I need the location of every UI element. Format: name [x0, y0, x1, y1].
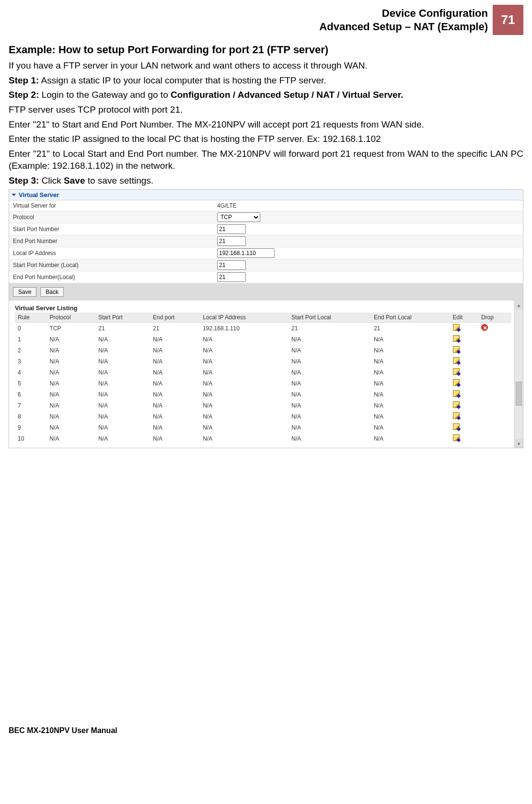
cell-endl: N/A: [371, 422, 450, 433]
page-header: Device Configuration Advanced Setup – NA…: [9, 5, 523, 35]
cell-end: N/A: [150, 378, 200, 389]
cell-start: N/A: [95, 411, 150, 422]
cell-end: N/A: [150, 411, 200, 422]
cell-endl: N/A: [371, 367, 450, 378]
scroll-thumb[interactable]: [516, 382, 522, 406]
listing-title: Virtual Server Listing: [15, 304, 511, 312]
edit-icon[interactable]: [453, 357, 460, 364]
virtual-server-header[interactable]: Virtual Server: [9, 190, 523, 200]
cell-startl: N/A: [289, 389, 371, 400]
cell-startl: N/A: [289, 334, 371, 345]
edit-icon[interactable]: [453, 401, 460, 408]
footer-text: BEC MX-210NPV User Manual: [0, 726, 532, 743]
edit-icon[interactable]: [453, 423, 460, 430]
cell-start: N/A: [95, 367, 150, 378]
table-row: 5N/AN/AN/AN/AN/AN/A: [15, 378, 511, 389]
cell-endl: N/A: [371, 400, 450, 411]
cell-end: N/A: [150, 422, 200, 433]
cell-ip: 192.168.1.110: [200, 323, 289, 334]
edit-icon[interactable]: [453, 335, 460, 342]
cell-protocol: N/A: [47, 422, 96, 433]
table-row: 8N/AN/AN/AN/AN/AN/A: [15, 411, 511, 422]
value-virtual-server-for: 4G/LTE: [215, 201, 238, 210]
save-button[interactable]: Save: [13, 287, 36, 297]
label-start-port-local: Start Port Number (Local): [9, 260, 215, 270]
step-3-save-word: Save: [64, 175, 85, 186]
cell-ip: N/A: [200, 334, 289, 345]
cell-protocol: N/A: [47, 378, 96, 389]
label-protocol: Protocol: [9, 212, 215, 222]
row-protocol: Protocol TCP: [9, 211, 523, 223]
cell-protocol: N/A: [47, 367, 96, 378]
step-3-text-a: Click: [39, 175, 64, 186]
table-row: 2N/AN/AN/AN/AN/AN/A: [15, 345, 511, 356]
virtual-server-screenshot: Virtual Server Virtual Server for 4G/LTE…: [9, 189, 523, 448]
table-row: 1N/AN/AN/AN/AN/AN/A: [15, 334, 511, 345]
cell-startl: N/A: [289, 400, 371, 411]
cell-ip: N/A: [200, 433, 289, 444]
cell-endl: 21: [371, 323, 450, 334]
cell-end: N/A: [150, 367, 200, 378]
edit-icon[interactable]: [453, 434, 460, 441]
cell-ip: N/A: [200, 345, 289, 356]
back-button[interactable]: Back: [40, 287, 64, 297]
row-start-port: Start Port Number: [9, 223, 523, 235]
cell-protocol: N/A: [47, 400, 96, 411]
static-ip-paragraph: Enter the static IP assigned to the loca…: [9, 133, 523, 145]
cell-ip: N/A: [200, 356, 289, 367]
row-local-ip: Local IP Address: [9, 247, 523, 259]
label-start-port: Start Port Number: [9, 224, 215, 234]
cell-ip: N/A: [200, 422, 289, 433]
step-2: Step 2: Login to the Gateway and go to C…: [9, 89, 523, 101]
cell-endl: N/A: [371, 345, 450, 356]
enter-21-paragraph: Enter "21" to Start and End Port Number.…: [9, 119, 523, 131]
cell-startl: N/A: [289, 378, 371, 389]
cell-start: N/A: [95, 389, 150, 400]
step-2-nav-path: Configuration / Advanced Setup / NAT / V…: [171, 90, 403, 100]
scroll-up-icon[interactable]: ▴: [515, 301, 523, 309]
col-rule: Rule: [15, 313, 47, 323]
table-row: 4N/AN/AN/AN/AN/AN/A: [15, 367, 511, 378]
edit-icon[interactable]: [453, 324, 460, 331]
cell-startl: N/A: [289, 422, 371, 433]
scrollbar[interactable]: ▴ ▾: [514, 301, 523, 448]
start-port-local-input[interactable]: [217, 260, 246, 270]
cell-rule: 7: [15, 400, 47, 411]
cell-end: N/A: [150, 356, 200, 367]
edit-icon[interactable]: [453, 368, 460, 375]
cell-endl: N/A: [371, 356, 450, 367]
intro-paragraph: If you have a FTP server in your LAN net…: [9, 60, 523, 72]
scroll-down-icon[interactable]: ▾: [515, 439, 523, 448]
step-1: Step 1: Assign a static IP to your local…: [9, 75, 523, 87]
cell-endl: N/A: [371, 334, 450, 345]
cell-start: N/A: [95, 400, 150, 411]
cell-endl: N/A: [371, 378, 450, 389]
cell-protocol: N/A: [47, 433, 96, 444]
cell-rule: 4: [15, 367, 47, 378]
cell-startl: 21: [289, 323, 371, 334]
cell-protocol: TCP: [47, 323, 96, 334]
protocol-select[interactable]: TCP: [217, 212, 260, 222]
cell-ip: N/A: [200, 411, 289, 422]
cell-start: N/A: [95, 378, 150, 389]
cell-start: N/A: [95, 356, 150, 367]
table-row: 7N/AN/AN/AN/AN/AN/A: [15, 400, 511, 411]
start-port-input[interactable]: [217, 224, 246, 234]
col-drop: Drop: [478, 313, 511, 323]
drop-icon[interactable]: [481, 324, 488, 331]
edit-icon[interactable]: [453, 390, 460, 397]
table-row: 10N/AN/AN/AN/AN/AN/A: [15, 433, 511, 444]
cell-startl: N/A: [289, 433, 371, 444]
cell-rule: 10: [15, 433, 47, 444]
edit-icon[interactable]: [453, 346, 460, 353]
edit-icon[interactable]: [453, 412, 460, 419]
end-port-local-input[interactable]: [217, 272, 246, 282]
edit-icon[interactable]: [453, 379, 460, 386]
cell-rule: 5: [15, 378, 47, 389]
cell-ip: N/A: [200, 378, 289, 389]
end-port-input[interactable]: [217, 236, 246, 246]
cell-protocol: N/A: [47, 411, 96, 422]
cell-end: 21: [150, 323, 200, 334]
row-end-port: End Port Number: [9, 235, 523, 247]
local-ip-input[interactable]: [217, 248, 275, 258]
